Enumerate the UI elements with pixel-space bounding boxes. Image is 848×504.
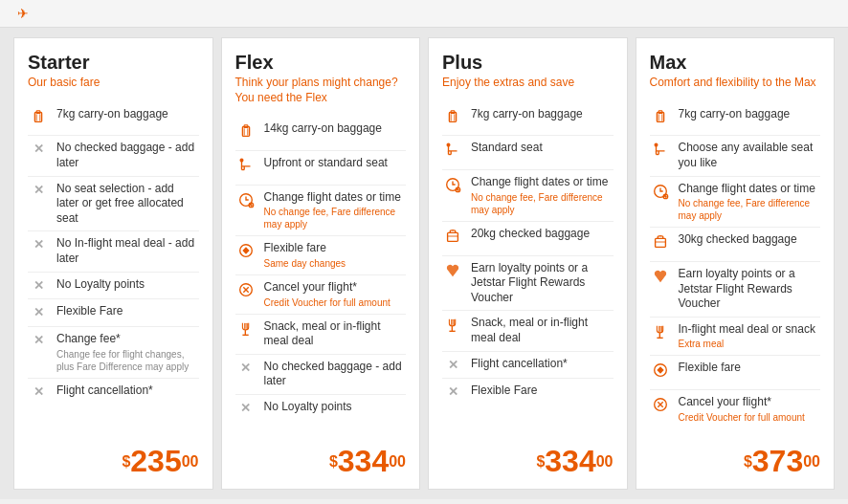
feature-item: 30kg checked baggage	[650, 227, 821, 261]
svg-rect-15	[244, 329, 245, 334]
feature-icon: ✕	[28, 333, 49, 349]
feature-text: In-flight meal deal or snackExtra meal	[679, 322, 821, 351]
feature-text: Flexible Fare	[56, 304, 199, 319]
feature-icon	[235, 157, 257, 180]
price-area: $33400	[235, 438, 407, 479]
feature-item: Change flight dates or timeNo change fee…	[442, 169, 614, 221]
svg-rect-41	[658, 333, 659, 338]
feature-item: 7kg carry-on baggage	[650, 102, 821, 136]
feature-icon: ✕	[235, 361, 257, 377]
feature-icon	[650, 183, 671, 206]
feature-icon	[650, 142, 671, 164]
feature-text: 30kg checked baggage	[679, 232, 821, 248]
feature-icon: ✕	[28, 183, 49, 199]
feature-item: Cancel your flight*Credit Voucher for fu…	[235, 274, 407, 314]
feature-text: No seat selection - add later or get fre…	[56, 182, 199, 227]
price-currency: $	[744, 452, 752, 469]
feature-item: ✕ No In-flight meal deal - add later	[28, 230, 199, 271]
feature-text: Change fee*Change fee for flight changes…	[56, 332, 199, 373]
price-main: 235	[130, 444, 181, 478]
card-subtitle: Comfort and flexibility to the Max	[650, 76, 821, 91]
price-main: 334	[338, 444, 389, 478]
svg-point-34	[655, 144, 658, 147]
price-main: 334	[545, 444, 595, 478]
price-area: $23500	[28, 438, 199, 479]
feature-subtext: No change fee, Fare difference may apply	[264, 206, 407, 230]
price-area: $33400	[442, 438, 614, 479]
feature-subtext: No change fee, Fare difference may apply	[471, 191, 614, 216]
feature-icon	[650, 362, 671, 384]
feature-text: Snack, meal or in-flight meal deal	[264, 319, 407, 349]
feature-icon	[235, 191, 257, 214]
feature-item: Cancel your flight*Credit Voucher for fu…	[650, 389, 821, 428]
feature-icon	[235, 122, 257, 145]
feature-item: Flexible fare	[650, 355, 821, 389]
feature-subtext: Same day changes	[264, 257, 407, 270]
svg-rect-26	[451, 319, 452, 325]
svg-rect-40	[660, 325, 661, 331]
card-starter: Starter Our basic fare 7kg carry-on bagg…	[13, 37, 213, 490]
card-title: Plus	[442, 52, 614, 74]
feature-item: ✕ No Loyalty points	[28, 272, 199, 299]
feature-item: ✕ Flight cancellation*	[28, 378, 199, 405]
feature-icon: ✕	[235, 401, 257, 417]
feature-text: Standard seat	[471, 141, 614, 156]
feature-text: Change flight dates or timeNo change fee…	[471, 175, 614, 216]
feature-subtext: Extra meal	[679, 338, 821, 350]
price-main: 373	[752, 444, 803, 478]
feature-text: No checked baggage - add later	[264, 360, 407, 389]
feature-item: 14kg carry-on baggage	[235, 117, 407, 150]
svg-rect-17	[449, 112, 456, 121]
feature-icon	[650, 108, 671, 131]
plane-icon-small: ✈	[17, 6, 29, 21]
feature-subtext: Credit Voucher for full amount	[264, 296, 407, 309]
feature-text: 7kg carry-on baggage	[56, 107, 199, 122]
feature-icon	[650, 323, 671, 346]
feature-text: 20kg checked baggage	[471, 227, 614, 242]
feature-icon	[442, 108, 463, 131]
feature-icon	[235, 320, 257, 343]
price-cents: 00	[803, 452, 820, 469]
feature-icon: ✕	[28, 384, 49, 401]
feature-item: ✕ Flexible Fare	[442, 378, 614, 405]
feature-item: Change flight dates or timeNo change fee…	[235, 185, 407, 236]
feature-icon: ✕	[28, 237, 49, 253]
feature-item: Snack, meal or in-flight meal deal	[442, 310, 614, 350]
svg-rect-30	[657, 112, 663, 121]
feature-icon: ✕	[28, 278, 49, 295]
feature-icon	[650, 233, 671, 256]
svg-point-21	[447, 144, 450, 147]
feature-text: Snack, meal or in-flight meal deal	[471, 316, 614, 345]
feature-text: No checked baggage - add later	[56, 141, 199, 170]
svg-rect-4	[242, 127, 249, 137]
card-title: Flex	[235, 52, 407, 74]
price-currency: $	[536, 452, 545, 469]
top-bar: ✈	[0, 0, 848, 28]
feature-text: Change flight dates or timeNo change fee…	[679, 182, 821, 223]
feature-item: Change flight dates or timeNo change fee…	[650, 176, 821, 228]
feature-list: 7kg carry-on baggage Standard seat Chang…	[442, 102, 614, 428]
svg-rect-37	[655, 239, 665, 248]
feature-icon: ✕	[442, 358, 463, 374]
card-subtitle: Our basic fare	[28, 76, 199, 91]
feature-item: Choose any available seat you like	[650, 135, 821, 175]
feature-item: ✕ Flexible Fare	[28, 298, 199, 326]
price-area: $37300	[650, 438, 821, 479]
feature-text: 14kg carry-on baggage	[264, 121, 407, 137]
card-title: Starter	[28, 52, 199, 74]
feature-subtext: Change fee for flight changes, plus Fare…	[56, 348, 199, 373]
feature-text: Earn loyalty points or a Jetstar Flight …	[679, 267, 821, 312]
feature-text: 7kg carry-on baggage	[679, 107, 821, 122]
feature-item: Earn loyalty points or a Jetstar Flight …	[442, 255, 614, 311]
svg-rect-13	[244, 322, 245, 328]
card-subtitle: Think your plans might change? You need …	[235, 76, 407, 105]
feature-item: ✕ No Loyalty points	[235, 394, 407, 422]
feature-icon	[650, 268, 671, 291]
feature-item: ✕ No checked baggage - add later	[235, 354, 407, 394]
feature-icon	[442, 317, 463, 340]
price-currency: $	[122, 452, 130, 469]
feature-icon	[235, 281, 257, 304]
feature-text: No In-flight meal deal - add later	[56, 236, 199, 266]
price-currency: $	[329, 452, 338, 469]
card-plus: Plus Enjoy the extras and save 7kg carry…	[428, 37, 628, 490]
